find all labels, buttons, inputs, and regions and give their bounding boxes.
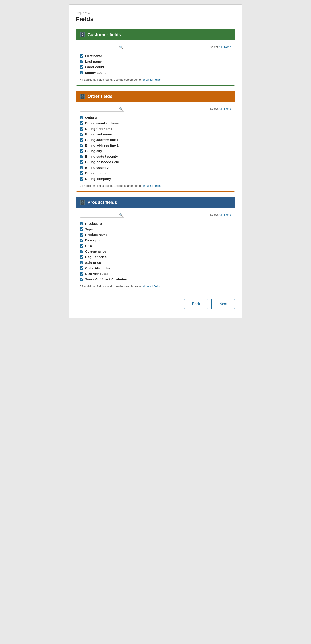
product-fields-title: Product fields bbox=[88, 200, 117, 205]
field-label: SKU bbox=[85, 244, 92, 248]
list-item: Current price bbox=[80, 248, 231, 254]
list-item: Description bbox=[80, 238, 231, 243]
field-checkbox[interactable] bbox=[80, 255, 84, 259]
field-label: Color Attributes bbox=[85, 266, 110, 270]
field-label: Sale price bbox=[85, 260, 101, 264]
field-checkbox[interactable] bbox=[80, 261, 84, 264]
field-checkbox[interactable] bbox=[80, 71, 84, 74]
order-select-none[interactable]: None bbox=[224, 107, 231, 110]
order-search-input[interactable] bbox=[80, 106, 124, 112]
order-search-wrapper: 🔍 bbox=[80, 106, 124, 112]
product-field-list: Product IDTypeProduct nameDescriptionSKU… bbox=[80, 221, 231, 282]
list-item: Last name bbox=[80, 59, 231, 64]
field-checkbox[interactable] bbox=[80, 155, 84, 158]
list-item: Billing address line 2 bbox=[80, 142, 231, 148]
customer-field-list: First nameLast nameOrder countMoney spen… bbox=[80, 53, 231, 76]
customer-show-all-link[interactable]: show all fields bbox=[142, 78, 160, 82]
order-fields-body: 🔍 Select All | None Order #Billing email… bbox=[76, 102, 235, 192]
field-checkbox[interactable] bbox=[80, 122, 84, 125]
order-search-row: 🔍 Select All | None bbox=[80, 106, 231, 112]
field-label: Product name bbox=[85, 233, 108, 236]
field-label: Billing phone bbox=[85, 171, 106, 175]
page-wrapper: Step 2 of 4 Fields 🗄️ Customer fields 🔍 … bbox=[69, 4, 242, 318]
field-checkbox[interactable] bbox=[80, 172, 84, 175]
field-label: Billing last name bbox=[85, 132, 112, 136]
order-field-list: Order #Billing email addressBilling firs… bbox=[80, 115, 231, 182]
customer-additional-note: 44 additional fields found. Use the sear… bbox=[80, 78, 231, 82]
field-checkbox[interactable] bbox=[80, 278, 84, 281]
field-checkbox[interactable] bbox=[80, 160, 84, 164]
list-item: Billing company bbox=[80, 176, 231, 182]
customer-fields-title: Customer fields bbox=[88, 32, 121, 37]
customer-search-input[interactable] bbox=[80, 44, 124, 50]
field-checkbox[interactable] bbox=[80, 144, 84, 147]
order-select-links: Select All | None bbox=[210, 107, 231, 110]
order-fields-title: Order fields bbox=[88, 94, 112, 99]
list-item: Billing first name bbox=[80, 126, 231, 132]
next-button[interactable]: Next bbox=[211, 299, 235, 309]
list-item: Billing postcode / ZIP bbox=[80, 159, 231, 165]
list-item: Billing last name bbox=[80, 132, 231, 137]
list-item: Product name bbox=[80, 232, 231, 238]
field-checkbox[interactable] bbox=[80, 228, 84, 231]
field-checkbox[interactable] bbox=[80, 272, 84, 276]
field-checkbox[interactable] bbox=[80, 132, 84, 136]
list-item: Billing state / county bbox=[80, 154, 231, 159]
field-label: Product ID bbox=[85, 222, 102, 226]
field-checkbox[interactable] bbox=[80, 177, 84, 180]
step-label: Step 2 of 4 bbox=[76, 11, 235, 15]
field-checkbox[interactable] bbox=[80, 166, 84, 170]
field-checkbox[interactable] bbox=[80, 60, 84, 64]
field-checkbox[interactable] bbox=[80, 233, 84, 236]
field-label: Billing country bbox=[85, 166, 108, 170]
product-fields-header: 🗄️ Product fields bbox=[76, 196, 235, 208]
customer-select-all[interactable]: All bbox=[219, 45, 222, 49]
customer-search-row: 🔍 Select All | None bbox=[80, 44, 231, 50]
field-checkbox[interactable] bbox=[80, 149, 84, 153]
customer-fields-card: 🗄️ Customer fields 🔍 Select All | None F… bbox=[76, 29, 235, 86]
list-item: Billing email address bbox=[80, 120, 231, 126]
field-label: Order count bbox=[85, 65, 104, 69]
field-label: Billing address line 2 bbox=[85, 144, 118, 147]
product-select-none[interactable]: None bbox=[224, 213, 231, 216]
field-label: Money spent bbox=[85, 71, 106, 74]
stack-icon-product: 🗄️ bbox=[80, 200, 85, 205]
product-select-links: Select All | None bbox=[210, 213, 231, 216]
field-checkbox[interactable] bbox=[80, 244, 84, 248]
field-label: Description bbox=[85, 238, 104, 242]
field-label: Billing postcode / ZIP bbox=[85, 160, 119, 164]
field-label: First name bbox=[85, 54, 102, 58]
field-label: Billing state / county bbox=[85, 154, 118, 158]
field-checkbox[interactable] bbox=[80, 250, 84, 253]
product-search-wrapper: 🔍 bbox=[80, 212, 124, 218]
field-label: Billing first name bbox=[85, 127, 112, 130]
field-checkbox[interactable] bbox=[80, 66, 84, 69]
list-item: Billing phone bbox=[80, 170, 231, 176]
order-select-all[interactable]: All bbox=[219, 107, 222, 110]
list-item: Regular price bbox=[80, 254, 231, 260]
product-show-all-link[interactable]: show all fields bbox=[142, 285, 160, 288]
list-item: First name bbox=[80, 53, 231, 59]
product-select-all[interactable]: All bbox=[219, 213, 222, 216]
list-item: Billing country bbox=[80, 165, 231, 170]
list-item: Billing city bbox=[80, 148, 231, 154]
field-label: Billing company bbox=[85, 177, 111, 180]
list-item: Tours Au Volant Attributes bbox=[80, 276, 231, 282]
customer-fields-body: 🔍 Select All | None First nameLast nameO… bbox=[76, 40, 235, 86]
order-show-all-link[interactable]: show all fields bbox=[142, 184, 160, 188]
product-search-input[interactable] bbox=[80, 212, 124, 218]
order-fields-header: 🗄️ Order fields bbox=[76, 90, 235, 102]
field-label: Last name bbox=[85, 60, 102, 64]
field-checkbox[interactable] bbox=[80, 138, 84, 142]
customer-select-none[interactable]: None bbox=[224, 45, 231, 49]
field-checkbox[interactable] bbox=[80, 127, 84, 130]
back-button[interactable]: Back bbox=[184, 299, 209, 309]
field-checkbox[interactable] bbox=[80, 116, 84, 120]
field-label: Billing address line 1 bbox=[85, 138, 118, 142]
field-checkbox[interactable] bbox=[80, 222, 84, 226]
field-label: Billing city bbox=[85, 149, 102, 153]
field-checkbox[interactable] bbox=[80, 238, 84, 242]
field-checkbox[interactable] bbox=[80, 54, 84, 58]
field-checkbox[interactable] bbox=[80, 266, 84, 270]
list-item: Color Attributes bbox=[80, 265, 231, 271]
